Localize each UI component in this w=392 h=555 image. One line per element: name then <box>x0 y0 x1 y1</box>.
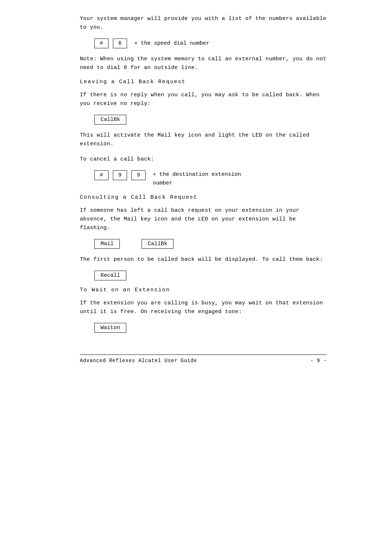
recall-key: Recall <box>94 271 126 280</box>
section2-heading: Consulting a Call Back Request <box>80 194 327 200</box>
cancel-nine-key1: 9 <box>113 170 127 180</box>
mail-callbk-row: Mail CallBk <box>94 239 327 249</box>
callbk-key: CallBk <box>94 115 126 125</box>
hash-key: # <box>94 39 109 48</box>
recall-key-row: Recall <box>94 271 327 280</box>
six-key: 6 <box>113 39 127 48</box>
mail-key: Mail <box>94 239 120 249</box>
cancel-nine-key2: 9 <box>131 170 146 180</box>
speed-dial-label: + the speed dial number <box>134 40 209 46</box>
note-text: Note: When using the system memory to ca… <box>80 55 327 72</box>
footer-left: Advanced Reflexes Alcatel User Guide <box>80 358 197 364</box>
cancel-label-text: + the destination extension number <box>153 170 241 188</box>
waiton-key: Waiton <box>94 323 126 333</box>
callbk-key-row: CallBk <box>94 115 327 125</box>
footer-right: - 9 - <box>310 358 327 364</box>
section2-para: If someone has left a call back request … <box>80 206 327 232</box>
intro-text: Your system manager will provide you wit… <box>80 15 327 32</box>
speed-dial-row: # 6 + the speed dial number <box>94 39 327 48</box>
callbk-key2: CallBk <box>142 239 173 249</box>
section1-result: This will activate the Mail key icon and… <box>80 131 327 149</box>
section2-result: The first person to be called back will … <box>80 255 327 264</box>
section1-heading: Leaving a Call Back Request <box>80 79 327 85</box>
cancel-hash-key: # <box>94 170 109 180</box>
section1-para: If there is no reply when you call, you … <box>80 91 327 108</box>
cancel-label: To cancel a call back: <box>80 155 327 164</box>
section3-para: If the extension you are calling is busy… <box>80 299 327 316</box>
page: Your system manager will provide you wit… <box>0 0 392 555</box>
waiton-key-row: Waiton <box>94 323 327 333</box>
cancel-row: # 9 9 + the destination extension number <box>94 170 327 188</box>
footer: Advanced Reflexes Alcatel User Guide - 9… <box>80 355 327 364</box>
section3-heading: To Wait on an Extension <box>80 287 327 293</box>
